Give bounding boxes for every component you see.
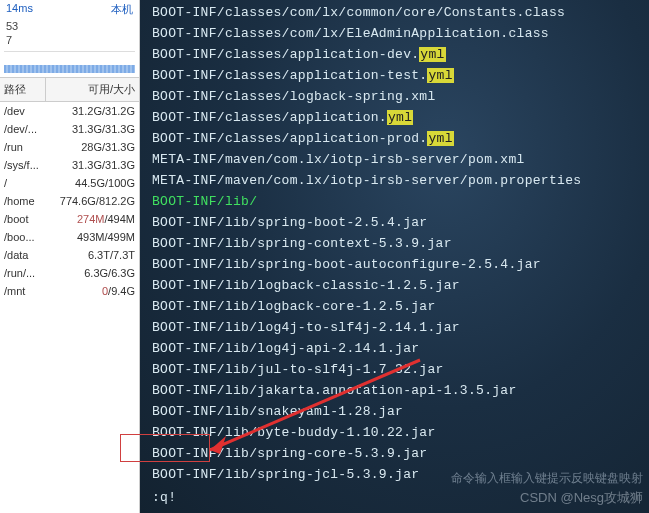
terminal-line: BOOT-INF/classes/logback-spring.xml <box>152 86 637 107</box>
terminal-line: BOOT-INF/lib/logback-classic-1.2.5.jar <box>152 275 637 296</box>
disk-path: /boot <box>4 213 46 225</box>
disk-table-body: /dev31.2G/31.2G/dev/...31.3G/31.3G/run28… <box>0 102 139 300</box>
disk-table-header: 路径 可用/大小 <box>0 77 139 102</box>
disk-size: 31.2G/31.2G <box>46 105 135 117</box>
header-path[interactable]: 路径 <box>0 78 46 101</box>
disk-size: 31.3G/31.3G <box>46 123 135 135</box>
left-sidebar: 14ms 本机 53 7 路径 可用/大小 /dev31.2G/31.2G/de… <box>0 0 140 513</box>
stat-n2: 7 <box>6 33 133 47</box>
latency-value: 14ms <box>6 2 33 17</box>
disk-row[interactable]: /boo...493M/499M <box>0 228 139 246</box>
disk-path: /dev <box>4 105 46 117</box>
disk-size: 6.3T/7.3T <box>46 249 135 261</box>
search-highlight: yml <box>387 110 413 125</box>
terminal-line: BOOT-INF/lib/spring-boot-2.5.4.jar <box>152 212 637 233</box>
disk-row[interactable]: /boot274M/494M <box>0 210 139 228</box>
disk-row[interactable]: /dev31.2G/31.2G <box>0 102 139 120</box>
terminal-panel[interactable]: BOOT-INF/classes/com/lx/common/core/Cons… <box>140 0 649 513</box>
terminal-line: BOOT-INF/lib/spring-context-5.3.9.jar <box>152 233 637 254</box>
disk-path: /run/... <box>4 267 46 279</box>
terminal-line: BOOT-INF/lib/jakarta.annotation-api-1.3.… <box>152 380 637 401</box>
disk-path: /boo... <box>4 231 46 243</box>
hint-text: 命令输入框输入键提示反映键盘映射 <box>445 468 649 489</box>
disk-path: /dev/... <box>4 123 46 135</box>
terminal-line: BOOT-INF/lib/logback-core-1.2.5.jar <box>152 296 637 317</box>
disk-size: 44.5G/100G <box>46 177 135 189</box>
disk-path: /home <box>4 195 46 207</box>
terminal-line: META-INF/maven/com.lx/iotp-irsb-server/p… <box>152 149 637 170</box>
disk-path: /sys/f... <box>4 159 46 171</box>
stats-numbers: 53 7 <box>0 19 139 51</box>
terminal-line: BOOT-INF/lib/jul-to-slf4j-1.7.32.jar <box>152 359 637 380</box>
search-highlight: yml <box>419 47 445 62</box>
disk-path: /mnt <box>4 285 46 297</box>
terminal-line: BOOT-INF/classes/application-test.yml <box>152 65 637 86</box>
disk-row[interactable]: /run/...6.3G/6.3G <box>0 264 139 282</box>
disk-size: 6.3G/6.3G <box>46 267 135 279</box>
terminal-line: BOOT-INF/classes/com/lx/common/core/Cons… <box>152 2 637 23</box>
terminal-line: BOOT-INF/lib/spring-boot-autoconfigure-2… <box>152 254 637 275</box>
terminal-line: BOOT-INF/lib/ <box>152 191 637 212</box>
disk-row[interactable]: /mnt0/9.4G <box>0 282 139 300</box>
stats-row: 14ms 本机 <box>0 0 139 19</box>
terminal-line: BOOT-INF/lib/snakeyaml-1.28.jar <box>152 401 637 422</box>
disk-row[interactable]: /data6.3T/7.3T <box>0 246 139 264</box>
disk-size: 774.6G/812.2G <box>46 195 135 207</box>
command-highlight-box <box>120 434 210 462</box>
disk-row[interactable]: /sys/f...31.3G/31.3G <box>0 156 139 174</box>
disk-path: / <box>4 177 46 189</box>
terminal-line: META-INF/maven/com.lx/iotp-irsb-server/p… <box>152 170 637 191</box>
disk-row[interactable]: /dev/...31.3G/31.3G <box>0 120 139 138</box>
terminal-line: BOOT-INF/classes/com/lx/EleAdminApplicat… <box>152 23 637 44</box>
disk-size: 0/9.4G <box>46 285 135 297</box>
disk-row[interactable]: /run28G/31.3G <box>0 138 139 156</box>
sparkline-chart <box>4 51 135 73</box>
disk-row[interactable]: /44.5G/100G <box>0 174 139 192</box>
terminal-line: BOOT-INF/classes/application.yml <box>152 107 637 128</box>
watermark-text: CSDN @Nesg攻城狮 <box>520 489 643 507</box>
search-highlight: yml <box>427 68 453 83</box>
terminal-line: BOOT-INF/lib/spring-core-5.3.9.jar <box>152 443 637 464</box>
terminal-line: BOOT-INF/classes/application-prod.yml <box>152 128 637 149</box>
terminal-line: BOOT-INF/lib/log4j-to-slf4j-2.14.1.jar <box>152 317 637 338</box>
host-label: 本机 <box>111 2 133 17</box>
disk-path: /run <box>4 141 46 153</box>
disk-row[interactable]: /home774.6G/812.2G <box>0 192 139 210</box>
search-highlight: yml <box>427 131 453 146</box>
terminal-line: BOOT-INF/lib/byte-buddy-1.10.22.jar <box>152 422 637 443</box>
terminal-line: BOOT-INF/lib/log4j-api-2.14.1.jar <box>152 338 637 359</box>
disk-path: /data <box>4 249 46 261</box>
dir-entry: BOOT-INF/lib/ <box>152 194 257 209</box>
disk-size: 28G/31.3G <box>46 141 135 153</box>
disk-size: 493M/499M <box>46 231 135 243</box>
header-size[interactable]: 可用/大小 <box>46 78 139 101</box>
disk-size: 274M/494M <box>46 213 135 225</box>
terminal-line: BOOT-INF/classes/application-dev.yml <box>152 44 637 65</box>
stat-n1: 53 <box>6 19 133 33</box>
disk-size: 31.3G/31.3G <box>46 159 135 171</box>
